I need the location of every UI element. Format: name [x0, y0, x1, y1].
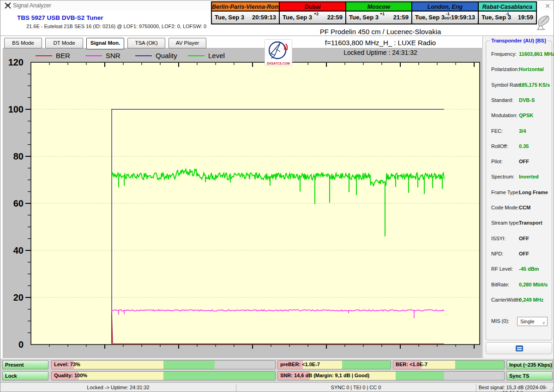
bar-segment	[163, 372, 275, 380]
indicator-led: Sync TS	[506, 371, 553, 380]
transponder-row-label: FEC:	[491, 128, 503, 134]
clock-hms: 19:59:13	[451, 14, 475, 21]
transponder-row: NPD:OFF	[483, 251, 554, 258]
transponder-row: Frame Type:Long Frame	[483, 190, 554, 197]
clock-cell: Rabat-CasablancaTue, Sep 3-119:59	[478, 2, 536, 24]
transponder-row-value: 185,175 KS/s	[519, 82, 550, 88]
clock-utc-offset: +2	[314, 12, 319, 16]
signal-chart: 020406080100120BERSNRQualityLevel	[3, 48, 482, 357]
clock-time: Tue, Sep 3+121:59	[346, 12, 411, 24]
legend-label-ber: BER	[56, 52, 70, 59]
transponder-row: BitRate:0,280 Mbit/s	[483, 282, 554, 289]
app-satellite-icon	[4, 2, 12, 11]
y-tick-label: 80	[13, 151, 24, 161]
bar-label: Quality: 100%	[54, 373, 87, 378]
bar-segment	[342, 361, 391, 369]
clock-dst-label: DST	[445, 16, 451, 20]
clock-hms: 22:59	[327, 14, 343, 21]
transponder-row-value: OFF	[519, 236, 529, 241]
transponder-row: Polarization:Horizontal	[483, 66, 554, 74]
transponder-row-value: Transport	[519, 220, 542, 226]
tuner-name: TBS 5927 USB DVB-S2 Tuner	[17, 14, 103, 21]
clock-date: Tue, Sep 3	[215, 14, 244, 21]
indicator-bar: Level: 73%	[51, 360, 276, 369]
transponder-row: Stream type:Transport	[483, 220, 554, 227]
bar-segment	[396, 372, 444, 380]
transponder-row: Spectrum:Inverted	[483, 174, 554, 181]
transponder-row-value: Horizontal	[519, 66, 544, 72]
transponder-row-label: Stream type:	[491, 220, 520, 226]
transponder-row-value: CCM	[519, 205, 530, 210]
transponder-row-value: 0,280 Mbit/s	[519, 282, 548, 287]
transponder-row-label: BitRate:	[491, 282, 509, 287]
tuner-details: 21.6E - Eutelsat 21B SES 16 (ID: 0216) @…	[26, 24, 206, 29]
mis-label: MIS (0):	[491, 318, 509, 324]
transponder-row-label: Spectrum:	[491, 174, 514, 179]
statusbar-sync: SYNC 0 | TEI 0 | CC 0	[236, 385, 476, 390]
transponder-row: CarrierWidth:0,249 MHz	[483, 297, 554, 304]
world-clock-strip: Berlin-Paris-Vienna-RomaTue, Sep 320:59:…	[211, 1, 537, 24]
site-description: PF Prodelin 450 cm / Lucenec-Slovakia	[277, 28, 483, 36]
status-bar: Locked -> Uptime: 24:31:32 SYNC 0 | TEI …	[0, 382, 554, 392]
signal-chart-panel: 020406080100120BERSNRQualityLevel	[3, 48, 482, 358]
indicator-bars-area: PresentLevel: 73%preBER: <1.0E-7BER: <1.…	[0, 358, 554, 382]
clock-time: Tue, Sep 320:59:13	[212, 12, 279, 24]
clock-hms: 19:59	[518, 14, 533, 21]
dxsatcs-logo-text: DXSATCS.COM	[265, 62, 292, 65]
transponder-row: RollOff:0.35	[483, 143, 554, 151]
bar-segment	[78, 372, 163, 380]
mis-dropdown-value: Single	[520, 319, 535, 324]
y-tick-label: 20	[13, 292, 24, 303]
indicator-led: Present	[2, 360, 48, 369]
transponder-panel: Transponder (AU) [BS] Frequency:11603,86…	[482, 36, 554, 359]
transponder-row-label: RollOff:	[491, 143, 508, 149]
transponder-row-label: CarrierWidth:	[491, 297, 521, 303]
clock-cell: MoscowTue, Sep 3+121:59	[345, 2, 411, 24]
transponder-row-value: 0,249 MHz	[519, 297, 543, 303]
legend-label-level: Level	[208, 52, 225, 59]
transponder-row-value: OFF	[519, 159, 529, 164]
bar-segment	[74, 361, 163, 369]
tab-bs-mode[interactable]: BS Mode	[4, 38, 42, 48]
bar-label: preBER: <1.0E-7	[280, 362, 320, 367]
close-icon[interactable]: ✕	[543, 2, 552, 10]
transponder-row-value: 11603,861 MHz	[519, 51, 554, 57]
transponder-row: Standard:DVB-S	[483, 97, 554, 105]
transponder-row-label: Pilot:	[491, 159, 502, 164]
clock-utc-offset: -1	[506, 12, 509, 16]
bar-segment	[215, 361, 275, 369]
transponder-row-label: Polarization:	[491, 66, 519, 72]
statusbar-best-signal: Best signal: 15,3 dB (2024-09-03 01:24)	[476, 385, 550, 392]
transponder-row-label: RF Level:	[491, 266, 513, 272]
clock-city-label: Dubai	[280, 2, 345, 12]
mode-tabs: BS ModeDT ModeSignal Mon.TSA (OK)AV Play…	[4, 38, 206, 48]
clock-city-label: London, Eng	[412, 2, 478, 12]
tab-av-player[interactable]: AV Player	[169, 38, 206, 48]
tab-signal-mon-[interactable]: Signal Mon.	[86, 38, 124, 49]
bar-segment	[163, 361, 215, 369]
tab-dt-mode[interactable]: DT Mode	[45, 38, 83, 48]
transponder-row: Pilot:OFF	[483, 159, 554, 166]
clock-date: Tue, Sep 3	[349, 14, 379, 21]
clock-city-label: Moscow	[346, 2, 411, 12]
clock-utc-offset: +1	[380, 12, 385, 16]
resize-grip[interactable]	[548, 386, 554, 392]
clock-time: Tue, Sep 3-1DST19:59:13	[412, 12, 478, 24]
mis-dropdown[interactable]: Single ∨	[517, 317, 548, 326]
transponder-row-value: -45 dBm	[519, 266, 539, 272]
indicator-bar: Quality: 100%	[51, 371, 276, 380]
transponder-row-value: QPSK	[519, 113, 533, 118]
y-tick-label: 100	[8, 104, 24, 114]
transponder-row: Code Mode:CCM	[483, 205, 554, 212]
transponder-row-label: ISSYI:	[491, 236, 506, 241]
clock-time: Tue, Sep 3-119:59	[479, 12, 536, 24]
transponder-row-value: DVB-S	[519, 97, 535, 103]
clock-city-label: Rabat-Casablanca	[479, 2, 536, 12]
tab-tsa-ok-[interactable]: TSA (OK)	[127, 38, 165, 48]
stream-dump-button[interactable]	[486, 342, 552, 354]
transponder-row-value: Inverted	[519, 174, 539, 179]
clock-hms: 21:59	[393, 14, 409, 21]
clock-date: Tue, Sep 3	[283, 14, 312, 21]
satellite-dish-sketch-icon	[534, 13, 553, 33]
transponder-row: RF Level:-45 dBm	[483, 266, 554, 273]
